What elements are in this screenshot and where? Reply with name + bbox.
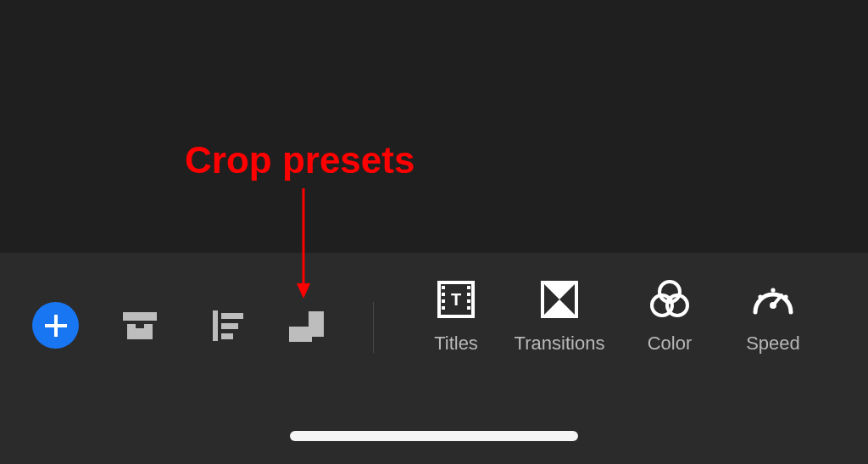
svg-rect-13 [442, 293, 445, 296]
svg-text:T: T [451, 290, 461, 309]
svg-rect-6 [221, 313, 243, 319]
svg-point-27 [758, 294, 762, 299]
track-controls-icon [208, 305, 248, 346]
svg-rect-17 [467, 293, 470, 296]
svg-marker-22 [544, 284, 575, 299]
svg-rect-4 [136, 324, 144, 328]
svg-rect-7 [221, 323, 238, 329]
home-indicator[interactable] [290, 431, 578, 441]
speed-button[interactable]: Speed [722, 280, 824, 355]
svg-rect-8 [221, 333, 233, 339]
crop-presets-icon [284, 303, 330, 349]
color-button[interactable]: Color [619, 280, 721, 355]
svg-rect-19 [467, 306, 470, 310]
speed-label: Speed [746, 333, 800, 355]
project-button[interactable] [114, 300, 165, 351]
preview-canvas [0, 0, 868, 253]
annotation-text: Crop presets [185, 139, 415, 182]
color-icon [648, 278, 691, 321]
titles-icon: T [437, 280, 476, 319]
svg-rect-14 [442, 299, 445, 303]
svg-rect-12 [442, 286, 445, 289]
transitions-button[interactable]: Transitions [509, 280, 610, 355]
svg-rect-10 [289, 327, 312, 342]
project-icon [120, 305, 160, 346]
svg-rect-5 [213, 310, 218, 341]
svg-rect-15 [442, 306, 445, 310]
speed-icon [750, 280, 796, 319]
transitions-label: Transitions [515, 333, 605, 355]
titles-label: Titles [434, 333, 478, 355]
bottom-toolbar: T Titles Transitions [0, 253, 868, 464]
svg-rect-1 [45, 324, 67, 327]
svg-point-28 [771, 288, 775, 292]
titles-button[interactable]: T Titles [405, 280, 507, 355]
svg-rect-16 [467, 286, 470, 289]
toolbar-divider [373, 302, 374, 353]
svg-marker-23 [544, 299, 575, 315]
color-label: Color [648, 333, 693, 355]
crop-presets-button[interactable] [281, 300, 332, 351]
transitions-icon [540, 280, 579, 319]
svg-rect-18 [467, 299, 470, 303]
add-button[interactable] [32, 302, 79, 349]
annotation-callout: Crop presets [185, 139, 415, 182]
plus-icon [42, 312, 70, 339]
track-controls-button[interactable] [203, 300, 253, 351]
svg-point-29 [783, 294, 787, 299]
svg-rect-2 [123, 312, 157, 321]
